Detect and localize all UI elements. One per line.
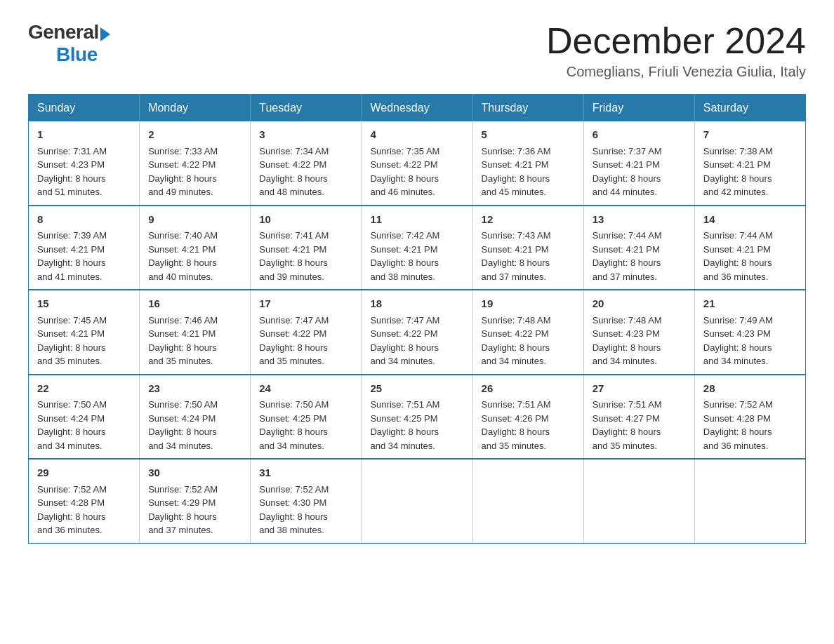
day-sunrise: Sunrise: 7:37 AMSunset: 4:21 PMDaylight:… — [593, 146, 662, 198]
day-sunrise: Sunrise: 7:51 AMSunset: 4:25 PMDaylight:… — [370, 399, 439, 451]
day-sunrise: Sunrise: 7:50 AMSunset: 4:24 PMDaylight:… — [148, 399, 218, 451]
day-sunrise: Sunrise: 7:36 AMSunset: 4:21 PMDaylight:… — [482, 146, 551, 198]
header-wednesday: Wednesday — [362, 95, 472, 122]
calendar-header-row: SundayMondayTuesdayWednesdayThursdayFrid… — [29, 95, 806, 122]
day-number: 6 — [593, 127, 686, 143]
day-number: 27 — [593, 381, 686, 397]
title-area: December 2024 Comeglians, Friuli Venezia… — [546, 21, 806, 80]
day-number: 3 — [259, 127, 352, 143]
day-number: 20 — [593, 296, 686, 312]
calendar-cell: 30 Sunrise: 7:52 AMSunset: 4:29 PMDaylig… — [140, 459, 251, 543]
day-number: 16 — [148, 296, 241, 312]
calendar-cell: 11 Sunrise: 7:42 AMSunset: 4:21 PMDaylig… — [362, 206, 472, 290]
calendar-cell: 24 Sunrise: 7:50 AMSunset: 4:25 PMDaylig… — [251, 375, 362, 459]
day-number: 17 — [259, 296, 352, 312]
day-sunrise: Sunrise: 7:31 AMSunset: 4:23 PMDaylight:… — [37, 146, 107, 198]
logo-text-general: General — [28, 21, 99, 43]
calendar-week-row: 8 Sunrise: 7:39 AMSunset: 4:21 PMDayligh… — [29, 206, 806, 290]
day-number: 8 — [37, 212, 131, 228]
calendar-cell: 17 Sunrise: 7:47 AMSunset: 4:22 PMDaylig… — [251, 290, 362, 375]
day-sunrise: Sunrise: 7:40 AMSunset: 4:21 PMDaylight:… — [148, 230, 218, 282]
calendar-cell: 23 Sunrise: 7:50 AMSunset: 4:24 PMDaylig… — [140, 375, 251, 459]
header-sunday: Sunday — [29, 95, 140, 122]
day-number: 30 — [148, 465, 241, 481]
calendar-cell: 26 Sunrise: 7:51 AMSunset: 4:26 PMDaylig… — [472, 375, 583, 459]
calendar-cell: 18 Sunrise: 7:47 AMSunset: 4:22 PMDaylig… — [362, 290, 472, 375]
day-sunrise: Sunrise: 7:51 AMSunset: 4:26 PMDaylight:… — [482, 399, 551, 451]
day-sunrise: Sunrise: 7:41 AMSunset: 4:21 PMDaylight:… — [259, 230, 329, 282]
day-sunrise: Sunrise: 7:33 AMSunset: 4:22 PMDaylight:… — [148, 146, 218, 198]
day-sunrise: Sunrise: 7:51 AMSunset: 4:27 PMDaylight:… — [593, 399, 662, 451]
calendar-cell: 10 Sunrise: 7:41 AMSunset: 4:21 PMDaylig… — [251, 206, 362, 290]
calendar-cell — [694, 459, 805, 543]
calendar-cell — [472, 459, 583, 543]
header-thursday: Thursday — [472, 95, 583, 122]
header-friday: Friday — [583, 95, 694, 122]
day-number: 25 — [370, 381, 463, 397]
day-sunrise: Sunrise: 7:44 AMSunset: 4:21 PMDaylight:… — [593, 230, 662, 282]
page-header: General Blue December 2024 Comeglians, F… — [28, 21, 806, 80]
day-sunrise: Sunrise: 7:43 AMSunset: 4:21 PMDaylight:… — [482, 230, 551, 282]
calendar-cell: 1 Sunrise: 7:31 AMSunset: 4:23 PMDayligh… — [29, 121, 140, 206]
day-sunrise: Sunrise: 7:52 AMSunset: 4:29 PMDaylight:… — [148, 484, 218, 536]
day-sunrise: Sunrise: 7:38 AMSunset: 4:21 PMDaylight:… — [703, 146, 773, 198]
day-sunrise: Sunrise: 7:47 AMSunset: 4:22 PMDaylight:… — [259, 315, 329, 367]
day-sunrise: Sunrise: 7:49 AMSunset: 4:23 PMDaylight:… — [703, 315, 773, 367]
day-number: 23 — [148, 381, 241, 397]
logo: General Blue — [28, 21, 113, 66]
header-tuesday: Tuesday — [251, 95, 362, 122]
calendar-cell: 25 Sunrise: 7:51 AMSunset: 4:25 PMDaylig… — [362, 375, 472, 459]
calendar-cell: 2 Sunrise: 7:33 AMSunset: 4:22 PMDayligh… — [140, 121, 251, 206]
day-number: 15 — [37, 296, 131, 312]
day-sunrise: Sunrise: 7:45 AMSunset: 4:21 PMDaylight:… — [37, 315, 107, 367]
calendar-cell: 7 Sunrise: 7:38 AMSunset: 4:21 PMDayligh… — [694, 121, 805, 206]
calendar-week-row: 29 Sunrise: 7:52 AMSunset: 4:28 PMDaylig… — [29, 459, 806, 543]
day-number: 14 — [703, 212, 797, 228]
day-sunrise: Sunrise: 7:52 AMSunset: 4:30 PMDaylight:… — [259, 484, 329, 536]
calendar-cell: 3 Sunrise: 7:34 AMSunset: 4:22 PMDayligh… — [251, 121, 362, 206]
logo-text-blue: Blue — [56, 43, 98, 66]
calendar-cell: 15 Sunrise: 7:45 AMSunset: 4:21 PMDaylig… — [29, 290, 140, 375]
day-number: 31 — [259, 465, 352, 481]
day-sunrise: Sunrise: 7:50 AMSunset: 4:24 PMDaylight:… — [37, 399, 107, 451]
day-sunrise: Sunrise: 7:50 AMSunset: 4:25 PMDaylight:… — [259, 399, 329, 451]
calendar-table: SundayMondayTuesdayWednesdayThursdayFrid… — [28, 94, 806, 544]
calendar-cell: 20 Sunrise: 7:48 AMSunset: 4:23 PMDaylig… — [583, 290, 694, 375]
day-number: 10 — [259, 212, 352, 228]
calendar-cell: 13 Sunrise: 7:44 AMSunset: 4:21 PMDaylig… — [583, 206, 694, 290]
header-monday: Monday — [140, 95, 251, 122]
calendar-week-row: 22 Sunrise: 7:50 AMSunset: 4:24 PMDaylig… — [29, 375, 806, 459]
calendar-cell: 14 Sunrise: 7:44 AMSunset: 4:21 PMDaylig… — [694, 206, 805, 290]
day-sunrise: Sunrise: 7:35 AMSunset: 4:22 PMDaylight:… — [370, 146, 439, 198]
calendar-cell: 12 Sunrise: 7:43 AMSunset: 4:21 PMDaylig… — [472, 206, 583, 290]
calendar-cell: 16 Sunrise: 7:46 AMSunset: 4:21 PMDaylig… — [140, 290, 251, 375]
day-number: 5 — [482, 127, 575, 143]
calendar-week-row: 1 Sunrise: 7:31 AMSunset: 4:23 PMDayligh… — [29, 121, 806, 206]
calendar-cell: 29 Sunrise: 7:52 AMSunset: 4:28 PMDaylig… — [29, 459, 140, 543]
day-sunrise: Sunrise: 7:48 AMSunset: 4:22 PMDaylight:… — [482, 315, 551, 367]
day-number: 1 — [37, 127, 131, 143]
day-number: 2 — [148, 127, 241, 143]
day-number: 7 — [703, 127, 797, 143]
day-number: 13 — [593, 212, 686, 228]
day-number: 4 — [370, 127, 463, 143]
header-saturday: Saturday — [694, 95, 805, 122]
day-sunrise: Sunrise: 7:46 AMSunset: 4:21 PMDaylight:… — [148, 315, 218, 367]
calendar-cell: 21 Sunrise: 7:49 AMSunset: 4:23 PMDaylig… — [694, 290, 805, 375]
calendar-cell: 5 Sunrise: 7:36 AMSunset: 4:21 PMDayligh… — [472, 121, 583, 206]
month-year-title: December 2024 — [546, 21, 806, 61]
day-number: 26 — [482, 381, 575, 397]
calendar-cell: 27 Sunrise: 7:51 AMSunset: 4:27 PMDaylig… — [583, 375, 694, 459]
calendar-cell: 31 Sunrise: 7:52 AMSunset: 4:30 PMDaylig… — [251, 459, 362, 543]
day-sunrise: Sunrise: 7:52 AMSunset: 4:28 PMDaylight:… — [37, 484, 107, 536]
day-sunrise: Sunrise: 7:48 AMSunset: 4:23 PMDaylight:… — [593, 315, 662, 367]
day-sunrise: Sunrise: 7:52 AMSunset: 4:28 PMDaylight:… — [703, 399, 773, 451]
day-number: 29 — [37, 465, 131, 481]
day-sunrise: Sunrise: 7:34 AMSunset: 4:22 PMDaylight:… — [259, 146, 329, 198]
calendar-cell — [583, 459, 694, 543]
calendar-cell: 19 Sunrise: 7:48 AMSunset: 4:22 PMDaylig… — [472, 290, 583, 375]
day-number: 19 — [482, 296, 575, 312]
day-sunrise: Sunrise: 7:39 AMSunset: 4:21 PMDaylight:… — [37, 230, 107, 282]
day-number: 28 — [703, 381, 797, 397]
day-number: 24 — [259, 381, 352, 397]
